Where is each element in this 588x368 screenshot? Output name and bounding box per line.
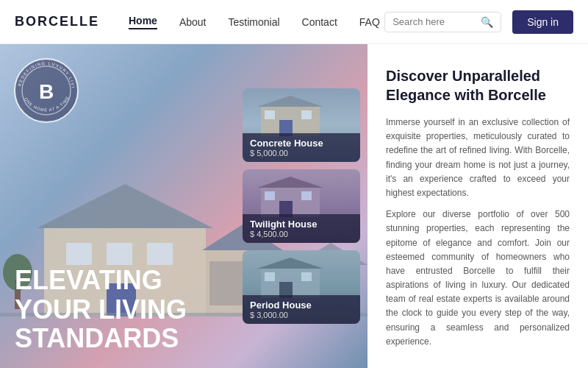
nav-home[interactable]: Home: [129, 15, 157, 29]
stat-properties: 5,000+ Exquisite Properties: [386, 364, 458, 368]
card-price-concrete: $ 5,000.00: [250, 149, 353, 158]
info-desc-1: Immerse yourself in an exclusive collect…: [386, 116, 570, 200]
nav-contact[interactable]: Contact: [302, 16, 337, 28]
main-content: B REDEFINING LUXURY LIVING ONE HOME AT A…: [0, 44, 588, 368]
search-area: 🔍: [384, 12, 501, 32]
header: BORCELLE Home About Testimonial Contact …: [0, 0, 588, 44]
svg-rect-24: [265, 110, 275, 119]
property-card-period[interactable]: Period House $ 3,000.00: [243, 250, 360, 324]
headline-line1: ELEVATING: [15, 266, 187, 295]
info-desc-2: Explore our diverse portfolio of over 50…: [386, 208, 570, 349]
stat-spaces: 2,000+ Luxurious Living Spaces: [480, 364, 567, 368]
badge-circle: B REDEFINING LUXURY LIVING ONE HOME AT A…: [13, 57, 79, 124]
headline-line3: STANDARDS: [15, 324, 187, 353]
stat-properties-number: 5,000+: [386, 364, 458, 368]
card-house-2: [246, 173, 356, 217]
logo: BORCELLE: [15, 14, 99, 29]
property-card-twilight[interactable]: Twilight House $ 4,500.00: [243, 169, 360, 243]
card-title-period: Period House: [250, 300, 353, 311]
property-cards: Concrete House $ 5,000.00 Twilight House…: [243, 88, 360, 324]
headline-line2: YOUR LIVING: [15, 295, 187, 325]
search-input[interactable]: [392, 16, 481, 27]
card-house-3: [246, 254, 356, 298]
search-icon[interactable]: 🔍: [481, 16, 493, 28]
card-title-concrete: Concrete House: [250, 138, 353, 149]
card-price-period: $ 3,000.00: [250, 311, 353, 319]
svg-text:B: B: [39, 80, 54, 103]
signin-button[interactable]: Sign in: [512, 10, 573, 34]
navigation: Home About Testimonial Contact FAQ: [129, 15, 384, 29]
svg-rect-30: [301, 191, 312, 200]
card-house-1: [246, 92, 356, 136]
card-title-twilight: Twilight House: [250, 219, 353, 230]
svg-rect-34: [265, 272, 275, 281]
nav-about[interactable]: About: [179, 16, 207, 28]
svg-rect-4: [66, 243, 92, 265]
card-overlay-concrete: Concrete House $ 5,000.00: [243, 133, 360, 162]
svg-rect-25: [301, 110, 312, 119]
svg-marker-22: [257, 96, 323, 107]
info-title: Discover Unparalleled Elegance with Borc…: [386, 66, 570, 105]
stat-spaces-number: 2,000+: [480, 364, 567, 368]
svg-marker-27: [257, 177, 323, 188]
card-overlay-period: Period House $ 3,000.00: [243, 295, 360, 324]
nav-faq[interactable]: FAQ: [359, 16, 380, 28]
hero-headline: ELEVATING YOUR LIVING STANDARDS: [15, 266, 187, 353]
badge: B REDEFINING LUXURY LIVING ONE HOME AT A…: [13, 57, 79, 124]
info-panel: Discover Unparalleled Elegance with Borc…: [368, 44, 588, 368]
stats-row: 5,000+ Exquisite Properties 2,000+ Luxur…: [386, 364, 570, 368]
hero-section: B REDEFINING LUXURY LIVING ONE HOME AT A…: [0, 44, 368, 368]
svg-rect-35: [301, 272, 312, 281]
svg-marker-1: [37, 184, 213, 228]
nav-testimonial[interactable]: Testimonial: [229, 16, 280, 28]
svg-rect-5: [107, 243, 132, 265]
svg-marker-32: [257, 258, 323, 269]
svg-rect-6: [147, 243, 173, 265]
card-overlay-twilight: Twilight House $ 4,500.00: [243, 214, 360, 243]
property-card-concrete[interactable]: Concrete House $ 5,000.00: [243, 88, 360, 162]
svg-rect-29: [265, 191, 275, 200]
card-price-twilight: $ 4,500.00: [250, 230, 353, 238]
